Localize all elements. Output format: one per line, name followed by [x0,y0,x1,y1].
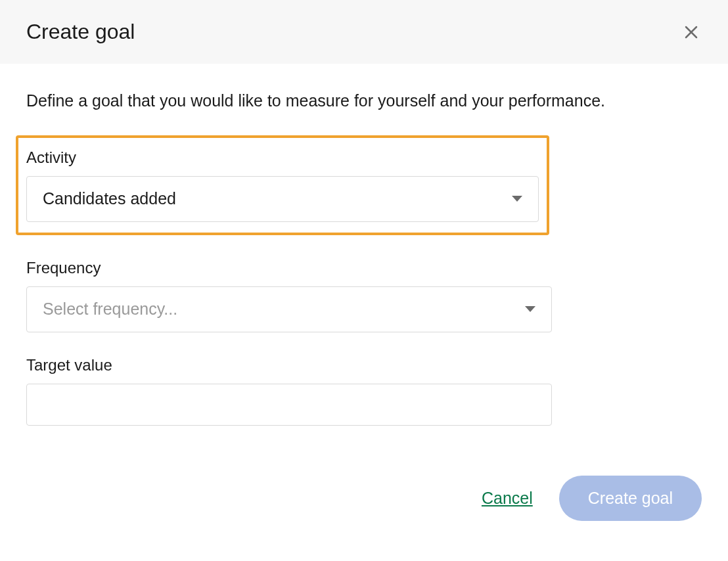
modal-title: Create goal [26,20,135,44]
create-goal-button[interactable]: Create goal [559,476,702,521]
activity-field-highlight: Activity Candidates added [16,135,549,235]
create-goal-modal: Create goal Define a goal that you would… [0,0,728,561]
modal-footer: Cancel Create goal [0,449,728,521]
frequency-field: Frequency Select frequency... [26,259,702,332]
chevron-down-icon [525,306,535,312]
activity-select[interactable]: Candidates added [26,176,539,222]
modal-body: Define a goal that you would like to mea… [0,64,728,426]
modal-description: Define a goal that you would like to mea… [26,90,702,112]
chevron-down-icon [512,196,522,202]
close-icon [683,24,699,40]
target-value-input[interactable] [26,384,552,426]
cancel-button[interactable]: Cancel [482,489,533,508]
close-button[interactable] [681,22,702,43]
modal-header: Create goal [0,0,728,64]
activity-label: Activity [26,148,539,167]
frequency-label: Frequency [26,259,702,277]
frequency-select[interactable]: Select frequency... [26,286,552,332]
activity-select-value: Candidates added [43,189,176,208]
target-value-field: Target value [26,356,702,426]
target-value-label: Target value [26,356,702,374]
frequency-select-placeholder: Select frequency... [43,300,177,319]
